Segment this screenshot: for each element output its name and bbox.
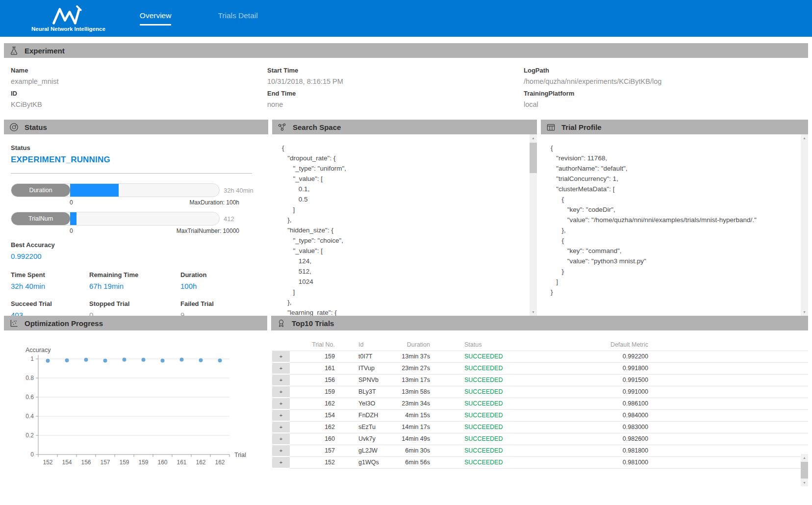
field-label: LogPath	[524, 67, 808, 74]
data-point[interactable]	[46, 359, 50, 363]
expand-row-button[interactable]: +	[272, 422, 290, 433]
tab-trials-detail[interactable]: Trials Detail	[218, 11, 257, 25]
cell-duration: 13min 17s	[386, 375, 430, 386]
field-value: none	[267, 101, 524, 108]
scrollbar-thumb[interactable]	[530, 143, 537, 173]
scrollbar-thumb[interactable]	[801, 462, 808, 479]
stat-label: Stopped Trial	[89, 300, 180, 307]
data-point[interactable]	[199, 358, 203, 362]
col-duration-header: Duration	[386, 339, 430, 351]
optimization-section-title: Optimization Progress	[25, 319, 103, 328]
progress-bar-label: TrialNum	[11, 212, 70, 225]
x-tick-label: 152	[43, 459, 52, 466]
progress-bar-label: Duration	[11, 184, 70, 197]
expand-row-button[interactable]: +	[272, 457, 290, 469]
expand-row-button[interactable]: +	[272, 398, 290, 410]
expand-row-button[interactable]: +	[272, 410, 290, 422]
cell-status: SUCCEEDED	[430, 433, 550, 445]
data-point[interactable]	[103, 359, 107, 363]
best-accuracy-value: 0.992200	[11, 252, 261, 260]
trial-profile-section-title: Trial Profile	[561, 123, 602, 131]
cell-status: SUCCEEDED	[430, 351, 550, 363]
progress-bar-fill	[70, 184, 119, 197]
best-accuracy: Best Accuracy 0.992200	[11, 241, 261, 260]
cell-trial-no: 162	[290, 398, 339, 410]
cell-filler	[648, 422, 808, 433]
scroll-down-arrow[interactable]: ▼	[801, 308, 808, 316]
data-point[interactable]	[123, 358, 127, 362]
nni-logo-icon	[50, 5, 86, 25]
field-value: example_mnist	[11, 77, 267, 85]
cell-filler	[648, 351, 808, 363]
middle-row: Status Status EXPERIMENT_RUNNING Duratio…	[4, 120, 808, 316]
field-label: TrainingPlatform	[524, 90, 808, 97]
expand-row-button[interactable]: +	[272, 445, 290, 457]
x-tick-label: 161	[177, 459, 186, 466]
col-trial-no-header: Trial No.	[290, 339, 339, 351]
top10-scrollbar[interactable]: ▲ ▼	[801, 454, 808, 486]
status-section-header: Status	[4, 120, 268, 134]
field-label: Name	[11, 67, 267, 74]
trial-profile-scrollbar[interactable]: ▲ ▼	[801, 134, 808, 316]
experiment-column: Start Time10/31/2018, 8:16:15 PMEnd Time…	[267, 67, 524, 113]
y-tick-label: 0.6	[25, 394, 34, 401]
accuracy-scatter-chart[interactable]: Accuracy00.20.40.60.81152154156157159159…	[8, 344, 267, 476]
cell-filler	[648, 445, 808, 457]
cell-filler	[648, 457, 808, 469]
top10-section-header: Top10 Trials	[271, 316, 808, 330]
field-label: ID	[11, 90, 267, 97]
profile-box-icon	[546, 123, 556, 132]
progress-bar-scale: 0MaxDuration: 100h	[70, 199, 239, 206]
status-stats-grid: Time Spent32h 40minRemaining Time67h 19m…	[11, 271, 261, 316]
scroll-down-arrow[interactable]: ▼	[530, 308, 537, 316]
tab-overview[interactable]: Overview	[140, 11, 172, 25]
scroll-up-arrow[interactable]: ▲	[801, 454, 808, 461]
cell-duration: 6min 30s	[386, 445, 430, 457]
data-point[interactable]	[161, 358, 165, 362]
table-row: +160Uvk7y14min 49sSUCCEEDED0.982600	[272, 433, 808, 445]
scroll-up-arrow[interactable]: ▲	[530, 134, 537, 142]
data-point[interactable]	[84, 358, 88, 362]
data-point[interactable]	[218, 358, 222, 362]
cell-filler	[648, 375, 808, 386]
expand-row-button[interactable]: +	[272, 433, 290, 445]
x-tick-label: 160	[157, 459, 167, 466]
expand-row-button[interactable]: +	[272, 386, 290, 398]
expand-row-button[interactable]: +	[272, 363, 290, 375]
cell-metric: 0.982600	[550, 433, 648, 445]
cell-metric: 0.991800	[550, 363, 648, 375]
cell-duration: 6min 56s	[386, 457, 430, 469]
x-tick-label: 159	[119, 459, 129, 466]
scroll-down-arrow[interactable]: ▼	[801, 479, 808, 486]
accuracy-chart-wrap: Accuracy00.20.40.60.81152154156157159159…	[4, 330, 267, 478]
nni-logo[interactable]: Neural Network Intelligence	[31, 5, 105, 32]
search-space-content: { "dropout_rate": { "_type": "uniform", …	[272, 134, 537, 316]
brand-subtitle: Neural Network Intelligence	[31, 26, 105, 32]
scale-min: 0	[70, 199, 73, 206]
progress-bars: Duration32h 40min0MaxDuration: 100hTrial…	[11, 183, 261, 234]
cell-id: sEzTu	[339, 422, 386, 433]
cell-trial-no: 156	[290, 375, 339, 386]
cell-trial-no: 160	[290, 433, 339, 445]
cell-id: FnDZH	[339, 410, 386, 422]
stat-value: 9	[180, 311, 261, 316]
data-point[interactable]	[142, 358, 146, 362]
data-point[interactable]	[65, 358, 69, 362]
trial-profile-panel: Trial Profile { "revision": 11768, "auth…	[541, 120, 808, 316]
cell-filler	[648, 410, 808, 422]
search-space-scrollbar[interactable]: ▲ ▼	[530, 134, 537, 316]
col-metric-header: Default Metric	[550, 339, 648, 351]
medal-icon	[277, 319, 286, 328]
cell-id: YeI3O	[339, 398, 386, 410]
expand-row-button[interactable]: +	[272, 375, 290, 386]
cell-duration: 14min 17s	[386, 422, 430, 433]
data-point[interactable]	[180, 358, 184, 362]
scroll-up-arrow[interactable]: ▲	[801, 134, 808, 142]
table-row: +159t0I7T13min 37sSUCCEEDED0.992200	[272, 351, 808, 363]
cell-filler	[648, 398, 808, 410]
experiment-details: Nameexample_mnistIDKCiBytKBStart Time10/…	[4, 58, 808, 120]
expand-row-button[interactable]: +	[272, 351, 290, 363]
stat-value: 32h 40min	[11, 282, 89, 290]
cell-id: g1WQs	[339, 457, 386, 469]
scale-max: MaxTrialNumber: 10000	[177, 227, 239, 234]
